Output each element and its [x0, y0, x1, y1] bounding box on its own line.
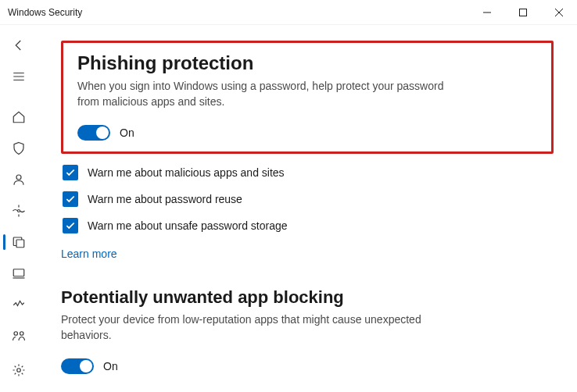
svg-point-6 [14, 332, 18, 336]
firewall-icon[interactable] [3, 195, 34, 226]
svg-point-8 [17, 369, 21, 372]
maximize-button[interactable] [505, 0, 541, 25]
device-icon[interactable] [3, 258, 34, 289]
svg-point-2 [18, 210, 20, 212]
app-browser-icon[interactable] [3, 226, 34, 258]
check-reuse[interactable] [63, 191, 78, 207]
pua-desc: Protect your device from low-reputation … [61, 312, 436, 343]
settings-icon[interactable] [3, 355, 34, 386]
svg-rect-5 [13, 269, 24, 276]
svg-point-1 [16, 175, 21, 180]
account-icon[interactable] [3, 164, 34, 195]
sidebar [0, 25, 38, 392]
check-reuse-label: Warn me about password reuse [88, 193, 242, 205]
shield-icon[interactable] [3, 133, 34, 164]
svg-point-7 [20, 332, 24, 336]
phishing-highlight: Phishing protection When you sign into W… [61, 41, 554, 154]
pua-toggle-label: On [103, 360, 118, 372]
menu-icon[interactable] [3, 61, 34, 92]
learn-more-link[interactable]: Learn more [61, 248, 117, 260]
check-malicious[interactable] [63, 165, 78, 180]
pua-toggle[interactable] [61, 358, 94, 374]
window-title: Windows Security [8, 7, 82, 18]
close-button[interactable] [541, 0, 577, 25]
phishing-toggle-label: On [120, 127, 134, 139]
pua-title: Potentially unwanted app blocking [61, 287, 554, 308]
home-icon[interactable] [3, 102, 34, 133]
minimize-button[interactable] [469, 0, 505, 25]
pua-section: Potentially unwanted app blocking Protec… [61, 287, 554, 374]
check-malicious-label: Warn me about malicious apps and sites [88, 166, 285, 179]
titlebar: Windows Security [0, 0, 577, 25]
check-storage-label: Warn me about unsafe password storage [88, 219, 288, 232]
svg-rect-4 [16, 240, 24, 248]
family-icon[interactable] [3, 320, 34, 351]
back-button[interactable] [3, 30, 34, 61]
svg-rect-0 [520, 9, 527, 16]
phishing-title: Phishing protection [77, 52, 537, 74]
content-area: Phishing protection When you sign into W… [38, 25, 577, 392]
phishing-toggle[interactable] [77, 125, 110, 141]
phishing-desc: When you sign into Windows using a passw… [77, 79, 453, 109]
check-storage[interactable] [63, 218, 78, 233]
performance-icon[interactable] [3, 289, 34, 320]
